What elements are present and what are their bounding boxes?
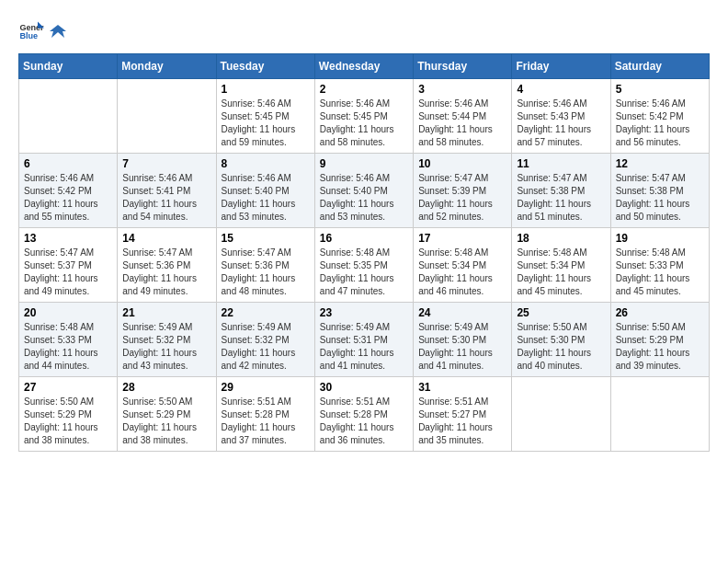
calendar-cell: 4Sunrise: 5:46 AMSunset: 5:43 PMDaylight… [512, 79, 610, 154]
day-number: 12 [616, 157, 704, 170]
day-info: Sunrise: 5:49 AMSunset: 5:31 PMDaylight:… [320, 321, 408, 373]
calendar-cell: 22Sunrise: 5:49 AMSunset: 5:32 PMDayligh… [216, 303, 314, 377]
day-number: 1 [222, 83, 310, 96]
day-info: Sunrise: 5:47 AMSunset: 5:38 PMDaylight:… [616, 172, 704, 224]
day-number: 7 [122, 157, 210, 170]
calendar-cell [19, 79, 118, 154]
calendar-cell: 26Sunrise: 5:50 AMSunset: 5:29 PMDayligh… [610, 303, 709, 377]
day-info: Sunrise: 5:51 AMSunset: 5:28 PMDaylight:… [320, 396, 408, 447]
calendar-week-row: 27Sunrise: 5:50 AMSunset: 5:29 PMDayligh… [19, 377, 710, 452]
day-number: 27 [24, 381, 112, 394]
day-number: 29 [222, 381, 310, 394]
day-number: 31 [418, 381, 506, 394]
calendar-cell: 14Sunrise: 5:47 AMSunset: 5:36 PMDayligh… [118, 228, 216, 303]
calendar-cell: 7Sunrise: 5:46 AMSunset: 5:41 PMDaylight… [118, 154, 216, 228]
day-info: Sunrise: 5:50 AMSunset: 5:29 PMDaylight:… [122, 396, 210, 447]
calendar-cell: 6Sunrise: 5:46 AMSunset: 5:42 PMDaylight… [19, 154, 118, 228]
day-info: Sunrise: 5:46 AMSunset: 5:41 PMDaylight:… [122, 172, 210, 224]
logo-icon: General Blue [18, 18, 44, 44]
day-info: Sunrise: 5:46 AMSunset: 5:40 PMDaylight:… [320, 172, 408, 224]
calendar-cell: 30Sunrise: 5:51 AMSunset: 5:28 PMDayligh… [314, 377, 413, 452]
day-info: Sunrise: 5:46 AMSunset: 5:43 PMDaylight:… [517, 98, 605, 149]
weekday-header: Thursday [414, 54, 512, 79]
calendar-cell: 9Sunrise: 5:46 AMSunset: 5:40 PMDaylight… [314, 154, 413, 228]
svg-marker-3 [50, 25, 66, 38]
day-info: Sunrise: 5:48 AMSunset: 5:34 PMDaylight:… [418, 247, 506, 298]
day-number: 9 [320, 157, 408, 170]
svg-text:Blue: Blue [19, 31, 38, 40]
calendar-cell: 21Sunrise: 5:49 AMSunset: 5:32 PMDayligh… [118, 303, 216, 377]
day-number: 14 [122, 232, 210, 245]
calendar-cell: 10Sunrise: 5:47 AMSunset: 5:39 PMDayligh… [414, 154, 512, 228]
logo-bird-icon [50, 23, 66, 40]
day-number: 17 [418, 232, 506, 245]
day-number: 21 [122, 306, 210, 319]
calendar-cell: 18Sunrise: 5:48 AMSunset: 5:34 PMDayligh… [512, 228, 610, 303]
day-number: 16 [320, 232, 408, 245]
weekday-header: Wednesday [314, 54, 413, 79]
calendar-cell: 3Sunrise: 5:46 AMSunset: 5:44 PMDaylight… [414, 79, 512, 154]
day-number: 20 [24, 306, 112, 319]
day-number: 24 [418, 306, 506, 319]
day-number: 23 [320, 306, 408, 319]
weekday-header: Monday [118, 54, 216, 79]
calendar-cell: 23Sunrise: 5:49 AMSunset: 5:31 PMDayligh… [314, 303, 413, 377]
day-info: Sunrise: 5:48 AMSunset: 5:34 PMDaylight:… [517, 247, 605, 298]
calendar-cell: 11Sunrise: 5:47 AMSunset: 5:38 PMDayligh… [512, 154, 610, 228]
calendar-cell: 16Sunrise: 5:48 AMSunset: 5:35 PMDayligh… [314, 228, 413, 303]
day-number: 13 [24, 232, 112, 245]
day-info: Sunrise: 5:49 AMSunset: 5:30 PMDaylight:… [418, 321, 506, 373]
calendar-cell [512, 377, 610, 452]
calendar-cell: 2Sunrise: 5:46 AMSunset: 5:45 PMDaylight… [314, 79, 413, 154]
logo: General Blue [18, 18, 66, 44]
calendar-cell: 24Sunrise: 5:49 AMSunset: 5:30 PMDayligh… [414, 303, 512, 377]
day-info: Sunrise: 5:50 AMSunset: 5:29 PMDaylight:… [24, 396, 112, 447]
weekday-header: Friday [512, 54, 610, 79]
calendar-week-row: 1Sunrise: 5:46 AMSunset: 5:45 PMDaylight… [19, 79, 710, 154]
day-number: 28 [122, 381, 210, 394]
day-info: Sunrise: 5:48 AMSunset: 5:33 PMDaylight:… [616, 247, 704, 298]
calendar-cell: 13Sunrise: 5:47 AMSunset: 5:37 PMDayligh… [19, 228, 118, 303]
day-number: 26 [616, 306, 704, 319]
day-info: Sunrise: 5:47 AMSunset: 5:36 PMDaylight:… [122, 247, 210, 298]
day-info: Sunrise: 5:46 AMSunset: 5:42 PMDaylight:… [24, 172, 112, 224]
day-info: Sunrise: 5:49 AMSunset: 5:32 PMDaylight:… [222, 321, 310, 373]
calendar-cell: 8Sunrise: 5:46 AMSunset: 5:40 PMDaylight… [216, 154, 314, 228]
day-number: 25 [517, 306, 605, 319]
calendar-cell: 25Sunrise: 5:50 AMSunset: 5:30 PMDayligh… [512, 303, 610, 377]
calendar-cell: 31Sunrise: 5:51 AMSunset: 5:27 PMDayligh… [414, 377, 512, 452]
calendar-cell: 19Sunrise: 5:48 AMSunset: 5:33 PMDayligh… [610, 228, 709, 303]
day-info: Sunrise: 5:47 AMSunset: 5:37 PMDaylight:… [24, 247, 112, 298]
day-info: Sunrise: 5:46 AMSunset: 5:45 PMDaylight:… [222, 98, 310, 149]
day-info: Sunrise: 5:46 AMSunset: 5:44 PMDaylight:… [418, 98, 506, 149]
day-number: 22 [222, 306, 310, 319]
day-info: Sunrise: 5:47 AMSunset: 5:39 PMDaylight:… [418, 172, 506, 224]
calendar-table: SundayMondayTuesdayWednesdayThursdayFrid… [18, 53, 710, 452]
day-info: Sunrise: 5:46 AMSunset: 5:40 PMDaylight:… [222, 172, 310, 224]
day-info: Sunrise: 5:49 AMSunset: 5:32 PMDaylight:… [122, 321, 210, 373]
day-number: 5 [616, 83, 704, 96]
calendar-cell [610, 377, 709, 452]
calendar-cell: 29Sunrise: 5:51 AMSunset: 5:28 PMDayligh… [216, 377, 314, 452]
calendar-cell: 15Sunrise: 5:47 AMSunset: 5:36 PMDayligh… [216, 228, 314, 303]
calendar-cell [118, 79, 216, 154]
day-number: 15 [222, 232, 310, 245]
day-info: Sunrise: 5:47 AMSunset: 5:38 PMDaylight:… [517, 172, 605, 224]
calendar-cell: 28Sunrise: 5:50 AMSunset: 5:29 PMDayligh… [118, 377, 216, 452]
day-number: 11 [517, 157, 605, 170]
calendar-cell: 17Sunrise: 5:48 AMSunset: 5:34 PMDayligh… [414, 228, 512, 303]
day-number: 3 [418, 83, 506, 96]
calendar-cell: 20Sunrise: 5:48 AMSunset: 5:33 PMDayligh… [19, 303, 118, 377]
calendar-header-row: SundayMondayTuesdayWednesdayThursdayFrid… [19, 54, 710, 79]
day-info: Sunrise: 5:46 AMSunset: 5:45 PMDaylight:… [320, 98, 408, 149]
day-number: 4 [517, 83, 605, 96]
day-info: Sunrise: 5:51 AMSunset: 5:28 PMDaylight:… [222, 396, 310, 447]
calendar-cell: 12Sunrise: 5:47 AMSunset: 5:38 PMDayligh… [610, 154, 709, 228]
calendar-week-row: 13Sunrise: 5:47 AMSunset: 5:37 PMDayligh… [19, 228, 710, 303]
day-number: 30 [320, 381, 408, 394]
day-number: 19 [616, 232, 704, 245]
calendar-cell: 5Sunrise: 5:46 AMSunset: 5:42 PMDaylight… [610, 79, 709, 154]
day-number: 2 [320, 83, 408, 96]
day-number: 18 [517, 232, 605, 245]
calendar-cell: 27Sunrise: 5:50 AMSunset: 5:29 PMDayligh… [19, 377, 118, 452]
